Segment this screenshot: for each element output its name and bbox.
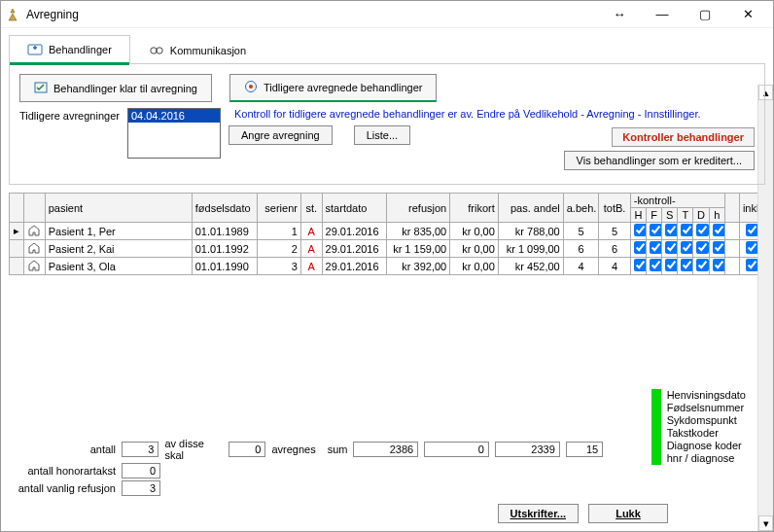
check-cell[interactable] — [693, 223, 709, 240]
close-dialog-label: Lukk — [616, 508, 641, 519]
check-box[interactable] — [650, 224, 662, 236]
close-dialog-button[interactable]: Lukk — [588, 504, 668, 523]
check-treatments-button[interactable]: Kontroller behandlinger — [612, 127, 755, 147]
col-startdato[interactable]: startdato — [322, 194, 387, 223]
table-row[interactable]: Pasient 3, Ola01.01.19903A29.01.2016kr 3… — [10, 258, 765, 275]
col-pas-andel[interactable]: pas. andel — [498, 194, 563, 223]
cell-pas-andel: kr 1 099,00 — [498, 240, 563, 258]
check-box[interactable] — [650, 259, 662, 271]
table-row[interactable]: ▸Pasient 1, Per01.01.19891A29.01.2016kr … — [10, 223, 765, 240]
svg-point-2 — [157, 47, 162, 53]
cell-gap — [724, 223, 739, 240]
check-cell[interactable] — [662, 223, 678, 240]
check-box[interactable] — [665, 241, 678, 254]
print-button[interactable]: Utskrifter... — [498, 504, 579, 523]
undo-settlement-button[interactable]: Angre avregning — [229, 125, 333, 145]
check-cell[interactable] — [709, 258, 724, 275]
check-cell[interactable] — [693, 240, 709, 258]
check-cell[interactable] — [662, 240, 678, 258]
check-cell[interactable] — [646, 240, 661, 258]
check-box[interactable] — [681, 259, 693, 271]
house-icon — [27, 242, 41, 256]
check-cell[interactable] — [709, 223, 724, 240]
col-H[interactable]: H — [630, 208, 646, 223]
resize-button[interactable]: ↔ — [598, 2, 641, 27]
col-F[interactable]: F — [646, 208, 661, 223]
minimize-button[interactable]: — — [641, 2, 684, 27]
col-st[interactable]: st. — [300, 194, 322, 223]
check-cell[interactable] — [630, 258, 646, 275]
cell-totb: 6 — [599, 240, 630, 258]
row-selector[interactable] — [10, 258, 24, 275]
col-abeh[interactable]: a.beh. — [563, 194, 599, 223]
check-box[interactable] — [681, 224, 693, 236]
col-pasient[interactable]: pasient — [45, 194, 192, 223]
check-box[interactable] — [746, 224, 758, 236]
close-button[interactable]: ✕ — [726, 2, 769, 27]
row-selector[interactable]: ▸ — [10, 223, 24, 240]
col-gap — [724, 194, 739, 223]
col-T[interactable]: T — [678, 208, 693, 223]
cell-abeh: 5 — [563, 223, 599, 240]
check-box[interactable] — [713, 241, 725, 254]
col-frikort[interactable]: frikort — [450, 194, 499, 223]
subtab-previous-label: Tidligere avregnede behandlinger — [264, 82, 423, 93]
tab-behandlinger[interactable]: Behandlinger — [9, 35, 130, 64]
check-box[interactable] — [634, 241, 647, 254]
check-box[interactable] — [696, 259, 709, 271]
cell-fodselsdato: 01.01.1989 — [192, 223, 257, 240]
col-S[interactable]: S — [662, 208, 678, 223]
legend-item: Takstkoder — [667, 427, 746, 440]
maximize-button[interactable]: ▢ — [684, 2, 726, 27]
prev-settlements-list[interactable]: 04.04.2016 — [127, 108, 221, 159]
check-box[interactable] — [746, 241, 758, 254]
row-icon[interactable] — [24, 240, 46, 258]
table-row[interactable]: Pasient 2, Kai01.01.19922A29.01.2016kr 1… — [10, 240, 765, 258]
check-cell[interactable] — [678, 258, 693, 275]
vanlig-label: antall vanlig refusjon — [9, 482, 116, 494]
check-cell[interactable] — [630, 240, 646, 258]
cell-pasient: Pasient 2, Kai — [45, 240, 192, 258]
check-box[interactable] — [634, 259, 647, 271]
check-cell[interactable] — [678, 240, 693, 258]
cell-startdato: 29.01.2016 — [322, 240, 387, 258]
check-cell[interactable] — [662, 258, 678, 275]
col-h[interactable]: h — [709, 208, 724, 223]
row-icon[interactable] — [24, 258, 46, 275]
check-box[interactable] — [713, 259, 725, 271]
col-totb[interactable]: totB. — [599, 194, 630, 223]
check-box[interactable] — [713, 224, 725, 236]
check-box[interactable] — [634, 224, 647, 236]
cell-status: A — [300, 258, 322, 275]
selected-date[interactable]: 04.04.2016 — [128, 109, 220, 123]
subtab-ready[interactable]: Behandlinger klar til avregning — [19, 74, 212, 102]
check-box[interactable] — [665, 224, 678, 236]
check-cell[interactable] — [630, 223, 646, 240]
check-box[interactable] — [665, 259, 678, 271]
treatments-grid: pasient fødselsdato serienr st. startdat… — [9, 193, 765, 275]
col-D[interactable]: D — [693, 208, 709, 223]
check-cell[interactable] — [693, 258, 709, 275]
check-cell[interactable] — [646, 223, 661, 240]
check-box[interactable] — [746, 259, 758, 271]
check-box[interactable] — [650, 241, 662, 254]
sum-label: sum — [328, 443, 348, 455]
list-button[interactable]: Liste... — [354, 125, 410, 145]
check-cell[interactable] — [709, 240, 724, 258]
check-box[interactable] — [681, 241, 693, 254]
row-icon[interactable] — [24, 223, 46, 240]
col-serienr[interactable]: serienr — [257, 194, 300, 223]
tab-kommunikasjon[interactable]: Kommunikasjon — [130, 35, 264, 64]
cell-refusjon: kr 1 159,00 — [387, 240, 450, 258]
check-cell[interactable] — [646, 258, 661, 275]
show-credited-button[interactable]: Vis behandlinger som er kreditert... — [564, 151, 755, 170]
subtab-previous[interactable]: Tidligere avregnede behandlinger — [229, 74, 438, 102]
check-box[interactable] — [696, 224, 709, 236]
cell-abeh: 4 — [563, 258, 599, 275]
check-box[interactable] — [696, 241, 709, 254]
content-area: ▴ ▾ Behandlinger Kommunikasjon — [1, 28, 773, 531]
row-selector[interactable] — [10, 240, 24, 258]
col-refusjon[interactable]: refusjon — [387, 194, 450, 223]
check-cell[interactable] — [678, 223, 693, 240]
col-fodselsdato[interactable]: fødselsdato — [192, 194, 257, 223]
